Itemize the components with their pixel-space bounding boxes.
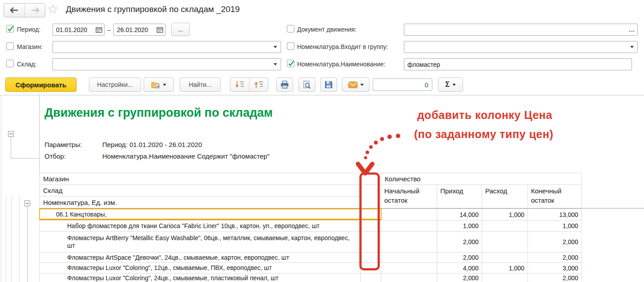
name-filter-field[interactable]: фломастер <box>404 58 632 70</box>
chevron-down-icon[interactable] <box>270 41 281 53</box>
annotation-dotted-arrow <box>347 129 418 178</box>
row-header-store[interactable]: Магазин <box>40 173 361 185</box>
warehouse-checkbox[interactable] <box>6 60 14 67</box>
highlight-column-cell <box>361 263 381 274</box>
table-row-name[interactable]: Фломастеры Luxor "Coloring", 12цв., смыв… <box>40 263 361 274</box>
name-filter-value: фломастер <box>404 61 632 68</box>
table-cell-outflow[interactable] <box>482 253 528 263</box>
table-cell-closing[interactable]: 2,000 <box>528 253 582 263</box>
table-cell-outflow[interactable]: 1,000 <box>482 263 528 274</box>
annotation-text-line1: добавить колонку Цена <box>417 109 552 122</box>
table-cell-outflow[interactable] <box>482 232 528 253</box>
table-row-name[interactable]: Фломастеры Luxor "Coloring", 24цв., смыв… <box>40 274 361 282</box>
table-cell-opening[interactable] <box>381 232 437 253</box>
table-row-name[interactable]: Фломастеры ArtBerry "Metallic Easy Washa… <box>40 232 361 253</box>
row-header-nomenclature[interactable]: Номенклатура, Ед. изм. <box>40 196 361 209</box>
table-row-name[interactable]: 06.1 Канцтовары, <box>40 209 361 221</box>
table-cell-inflow[interactable]: 2,000 <box>437 253 482 263</box>
table-row-name[interactable]: Фломастеры ArtSpace "Девочки", 24цв., см… <box>40 253 361 263</box>
group-label: Номенклатура.Входит в группу: <box>297 41 388 53</box>
params-label: Параметры: <box>44 141 82 148</box>
generate-button[interactable]: Сформировать <box>5 78 76 92</box>
row-header-warehouse[interactable]: Склад <box>40 185 361 196</box>
table-cell-outflow[interactable] <box>482 274 528 282</box>
table-cell-opening[interactable] <box>381 253 437 263</box>
group-combo[interactable] <box>404 41 638 53</box>
print-button[interactable] <box>276 78 293 92</box>
name-filter-label: Номенклатура.Наименование: <box>297 58 386 70</box>
table-cell-outflow[interactable] <box>482 221 528 232</box>
collapse-groups-button[interactable] <box>249 78 268 91</box>
report-variants-button[interactable] <box>144 78 174 92</box>
table-cell-inflow[interactable]: 2,000 <box>437 274 482 282</box>
page-title: Движения с группировкой по складам _2019 <box>66 4 240 14</box>
period-from-field[interactable]: 01.01.2020 <box>52 24 105 36</box>
column-header-outflow[interactable]: Расход <box>482 185 528 209</box>
grouping-line <box>27 206 28 282</box>
column-header-inflow[interactable]: Приход <box>437 185 482 209</box>
favorite-star-icon[interactable]: ☆ <box>47 2 58 17</box>
column-header-closing-balance[interactable]: Конечный остаток <box>528 185 582 209</box>
calendar-icon[interactable] <box>93 24 104 35</box>
period-checkbox[interactable] <box>6 25 14 33</box>
send-mail-button[interactable] <box>342 78 370 92</box>
table-cell-opening[interactable] <box>381 263 437 274</box>
chevron-down-icon <box>360 84 364 86</box>
checkmark-icon <box>7 25 14 32</box>
expand-groups-button[interactable] <box>230 78 249 91</box>
table-cell-closing[interactable]: 2,000 <box>528 232 582 253</box>
table-cell-opening[interactable] <box>381 209 437 221</box>
name-filter-checkbox[interactable] <box>287 60 294 67</box>
report-window: ☆ Движения с группировкой по складам _20… <box>0 0 644 282</box>
counter-field[interactable]: 0 <box>373 78 432 91</box>
table-cell-opening[interactable] <box>381 221 437 232</box>
printer-icon <box>280 81 289 89</box>
collapse-report-expander[interactable] <box>8 131 14 137</box>
table-cell-inflow[interactable]: 2,000 <box>437 232 482 253</box>
chevron-down-icon <box>163 84 166 86</box>
table-cell-closing[interactable]: 2,000 <box>528 274 582 282</box>
column-group-quantity[interactable]: Количество <box>381 173 582 185</box>
document-field[interactable]: ... <box>404 24 638 36</box>
ellipsis-icon[interactable]: ... <box>627 24 637 35</box>
document-label: Документ движения: <box>297 24 357 36</box>
table-row-name[interactable]: Набор фломастеров для ткани Carioca "Fab… <box>40 221 361 232</box>
find-button[interactable]: Найти... <box>180 78 221 92</box>
nav-history-group <box>4 3 45 17</box>
back-button[interactable] <box>4 4 24 17</box>
report-top-divider <box>0 95 644 95</box>
chevron-down-icon[interactable] <box>270 59 281 70</box>
column-header-opening-balance[interactable]: Начальный остаток <box>381 185 437 209</box>
table-cell-closing[interactable]: 3,000 <box>528 263 582 274</box>
table-cell-inflow[interactable]: 1,000 <box>437 221 482 232</box>
warehouse-combo[interactable] <box>52 58 281 70</box>
table-cell-inflow[interactable]: 14,000 <box>437 209 482 221</box>
grouping-line <box>11 158 39 159</box>
forward-button[interactable] <box>24 4 45 17</box>
table-cell-opening[interactable] <box>381 274 437 282</box>
period-more-button[interactable]: ... <box>171 23 190 36</box>
save-button[interactable] <box>320 78 337 92</box>
grouping-pane-edge <box>1 95 1 282</box>
store-combo[interactable] <box>52 41 281 53</box>
settings-button[interactable]: Настройки... <box>89 78 141 92</box>
store-checkbox[interactable] <box>6 42 14 50</box>
collapse-group-expander[interactable] <box>24 200 30 206</box>
print-preview-button[interactable] <box>298 78 315 92</box>
table-cell-closing[interactable]: 1,000 <box>528 221 582 232</box>
grouping-level-line <box>12 196 12 282</box>
table-cell-outflow[interactable]: 1,000 <box>482 209 528 221</box>
period-to-field[interactable]: 26.01.2020 <box>113 24 165 36</box>
chevron-down-icon[interactable] <box>627 41 637 53</box>
annotation-text-line2: (по заданному типу цен) <box>414 128 553 141</box>
period-label: Период: <box>17 24 40 36</box>
table-cell-inflow[interactable]: 4,000 <box>437 263 482 274</box>
group-checkbox[interactable] <box>287 42 294 50</box>
sum-button[interactable]: Σ <box>438 78 463 92</box>
table-cell-closing[interactable]: 13,000 <box>528 209 582 221</box>
highlight-column-cell <box>361 232 381 253</box>
grouping-level-line <box>6 196 6 282</box>
document-checkbox[interactable] <box>287 25 294 33</box>
calendar-icon[interactable] <box>154 24 165 35</box>
store-label: Магазин: <box>17 41 43 53</box>
